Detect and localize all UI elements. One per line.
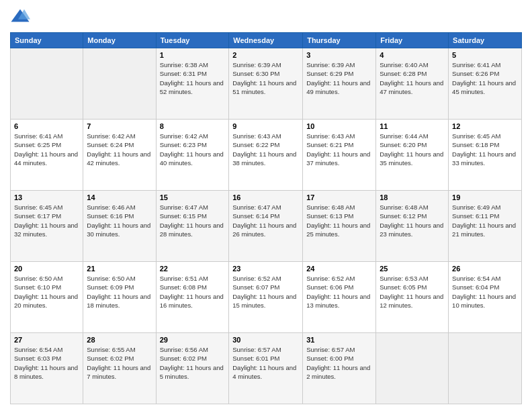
day-info: Sunrise: 6:41 AMSunset: 6:25 PMDaylight:… (14, 132, 79, 167)
calendar-cell: 3Sunrise: 6:39 AMSunset: 6:29 PMDaylight… (303, 48, 376, 120)
day-number: 1 (160, 51, 226, 59)
calendar-week-row: 6Sunrise: 6:41 AMSunset: 6:25 PMDaylight… (11, 120, 522, 191)
day-number: 30 (232, 336, 299, 344)
day-number: 17 (306, 193, 372, 201)
day-info: Sunrise: 6:57 AMSunset: 6:01 PMDaylight:… (232, 345, 299, 381)
day-number: 23 (232, 265, 299, 273)
day-number: 29 (160, 336, 226, 344)
day-info: Sunrise: 6:41 AMSunset: 6:26 PMDaylight:… (452, 60, 518, 96)
calendar-cell: 28Sunrise: 6:55 AMSunset: 6:02 PMDayligh… (83, 333, 156, 404)
calendar-cell: 4Sunrise: 6:40 AMSunset: 6:28 PMDaylight… (376, 48, 449, 120)
day-number: 11 (380, 122, 445, 130)
day-number: 24 (306, 265, 372, 273)
calendar-cell: 17Sunrise: 6:48 AMSunset: 6:13 PMDayligh… (303, 191, 376, 262)
day-info: Sunrise: 6:57 AMSunset: 6:00 PMDaylight:… (306, 345, 372, 381)
day-number: 2 (232, 51, 299, 59)
day-number: 16 (232, 193, 299, 201)
calendar-week-row: 13Sunrise: 6:45 AMSunset: 6:17 PMDayligh… (11, 191, 522, 262)
calendar-cell (449, 333, 522, 404)
day-info: Sunrise: 6:46 AMSunset: 6:16 PMDaylight:… (87, 203, 152, 238)
day-number: 14 (87, 193, 152, 201)
day-info: Sunrise: 6:47 AMSunset: 6:15 PMDaylight:… (160, 203, 226, 238)
calendar-cell: 29Sunrise: 6:56 AMSunset: 6:02 PMDayligh… (156, 333, 229, 404)
calendar-day-header: Saturday (449, 33, 522, 48)
day-number: 18 (380, 193, 445, 201)
calendar-day-header: Friday (376, 33, 449, 48)
calendar-week-row: 20Sunrise: 6:50 AMSunset: 6:10 PMDayligh… (11, 262, 522, 333)
day-info: Sunrise: 6:50 AMSunset: 6:09 PMDaylight:… (87, 274, 152, 310)
day-number: 21 (87, 265, 152, 273)
calendar-day-header: Monday (83, 33, 156, 48)
logo (10, 7, 33, 27)
day-number: 22 (160, 265, 226, 273)
day-number: 5 (452, 51, 518, 59)
calendar-cell: 24Sunrise: 6:52 AMSunset: 6:06 PMDayligh… (303, 262, 376, 333)
day-info: Sunrise: 6:51 AMSunset: 6:08 PMDaylight:… (160, 274, 226, 310)
day-number: 28 (87, 336, 152, 344)
calendar-cell: 2Sunrise: 6:39 AMSunset: 6:30 PMDaylight… (229, 48, 303, 120)
calendar-cell: 27Sunrise: 6:54 AMSunset: 6:03 PMDayligh… (11, 333, 83, 404)
calendar-cell: 11Sunrise: 6:44 AMSunset: 6:20 PMDayligh… (376, 120, 449, 191)
day-info: Sunrise: 6:48 AMSunset: 6:12 PMDaylight:… (380, 203, 445, 238)
day-number: 26 (452, 265, 518, 273)
day-info: Sunrise: 6:42 AMSunset: 6:24 PMDaylight:… (87, 132, 152, 167)
logo-icon (10, 7, 30, 27)
day-number: 8 (160, 122, 226, 130)
day-info: Sunrise: 6:43 AMSunset: 6:22 PMDaylight:… (232, 132, 299, 167)
calendar-day-header: Thursday (303, 33, 376, 48)
day-info: Sunrise: 6:40 AMSunset: 6:28 PMDaylight:… (380, 60, 445, 96)
day-info: Sunrise: 6:52 AMSunset: 6:07 PMDaylight:… (232, 274, 299, 310)
day-number: 27 (14, 336, 79, 344)
day-number: 9 (232, 122, 299, 130)
calendar-cell: 14Sunrise: 6:46 AMSunset: 6:16 PMDayligh… (83, 191, 156, 262)
day-number: 7 (87, 122, 152, 130)
calendar-cell: 16Sunrise: 6:47 AMSunset: 6:14 PMDayligh… (229, 191, 303, 262)
calendar-cell: 18Sunrise: 6:48 AMSunset: 6:12 PMDayligh… (376, 191, 449, 262)
calendar-cell: 5Sunrise: 6:41 AMSunset: 6:26 PMDaylight… (449, 48, 522, 120)
calendar-cell: 20Sunrise: 6:50 AMSunset: 6:10 PMDayligh… (11, 262, 83, 333)
day-info: Sunrise: 6:55 AMSunset: 6:02 PMDaylight:… (87, 345, 152, 381)
day-info: Sunrise: 6:44 AMSunset: 6:20 PMDaylight:… (380, 132, 445, 167)
calendar-week-row: 1Sunrise: 6:38 AMSunset: 6:31 PMDaylight… (11, 48, 522, 120)
day-info: Sunrise: 6:39 AMSunset: 6:29 PMDaylight:… (306, 60, 372, 96)
day-info: Sunrise: 6:50 AMSunset: 6:10 PMDaylight:… (14, 274, 79, 310)
day-info: Sunrise: 6:54 AMSunset: 6:04 PMDaylight:… (452, 274, 518, 310)
day-info: Sunrise: 6:52 AMSunset: 6:06 PMDaylight:… (306, 274, 372, 310)
day-info: Sunrise: 6:56 AMSunset: 6:02 PMDaylight:… (160, 345, 226, 381)
day-number: 12 (452, 122, 518, 130)
header (10, 7, 522, 27)
day-number: 4 (380, 51, 445, 59)
day-info: Sunrise: 6:38 AMSunset: 6:31 PMDaylight:… (160, 60, 226, 96)
day-info: Sunrise: 6:54 AMSunset: 6:03 PMDaylight:… (14, 345, 79, 381)
day-info: Sunrise: 6:39 AMSunset: 6:30 PMDaylight:… (232, 60, 299, 96)
calendar-day-header: Tuesday (156, 33, 229, 48)
calendar-cell (83, 48, 156, 120)
calendar-cell: 6Sunrise: 6:41 AMSunset: 6:25 PMDaylight… (11, 120, 83, 191)
calendar-cell: 25Sunrise: 6:53 AMSunset: 6:05 PMDayligh… (376, 262, 449, 333)
day-number: 31 (306, 336, 372, 344)
calendar-cell: 9Sunrise: 6:43 AMSunset: 6:22 PMDaylight… (229, 120, 303, 191)
day-info: Sunrise: 6:48 AMSunset: 6:13 PMDaylight:… (306, 203, 372, 238)
calendar-week-row: 27Sunrise: 6:54 AMSunset: 6:03 PMDayligh… (11, 333, 522, 404)
day-number: 15 (160, 193, 226, 201)
calendar-cell: 23Sunrise: 6:52 AMSunset: 6:07 PMDayligh… (229, 262, 303, 333)
calendar-day-header: Sunday (11, 33, 83, 48)
calendar-cell: 26Sunrise: 6:54 AMSunset: 6:04 PMDayligh… (449, 262, 522, 333)
calendar-cell: 21Sunrise: 6:50 AMSunset: 6:09 PMDayligh… (83, 262, 156, 333)
calendar-cell: 7Sunrise: 6:42 AMSunset: 6:24 PMDaylight… (83, 120, 156, 191)
calendar-cell: 13Sunrise: 6:45 AMSunset: 6:17 PMDayligh… (11, 191, 83, 262)
day-info: Sunrise: 6:45 AMSunset: 6:17 PMDaylight:… (14, 203, 79, 238)
day-number: 25 (380, 265, 445, 273)
calendar-cell (11, 48, 83, 120)
calendar-cell: 8Sunrise: 6:42 AMSunset: 6:23 PMDaylight… (156, 120, 229, 191)
day-number: 3 (306, 51, 372, 59)
day-info: Sunrise: 6:43 AMSunset: 6:21 PMDaylight:… (306, 132, 372, 167)
calendar-cell: 30Sunrise: 6:57 AMSunset: 6:01 PMDayligh… (229, 333, 303, 404)
calendar-table: SundayMondayTuesdayWednesdayThursdayFrid… (10, 32, 522, 404)
calendar-cell: 1Sunrise: 6:38 AMSunset: 6:31 PMDaylight… (156, 48, 229, 120)
calendar-cell: 12Sunrise: 6:45 AMSunset: 6:18 PMDayligh… (449, 120, 522, 191)
calendar-cell (376, 333, 449, 404)
day-info: Sunrise: 6:42 AMSunset: 6:23 PMDaylight:… (160, 132, 226, 167)
calendar-cell: 22Sunrise: 6:51 AMSunset: 6:08 PMDayligh… (156, 262, 229, 333)
calendar-cell: 15Sunrise: 6:47 AMSunset: 6:15 PMDayligh… (156, 191, 229, 262)
